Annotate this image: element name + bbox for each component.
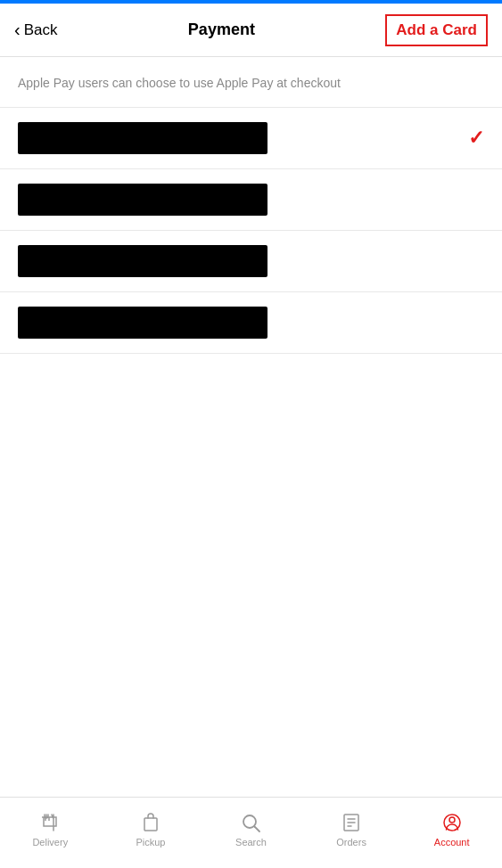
card-list: ✓: [0, 107, 502, 354]
card-row[interactable]: ✓: [0, 108, 502, 169]
nav-item-pickup[interactable]: Pickup: [101, 812, 202, 848]
check-icon: ✓: [468, 127, 484, 150]
delivery-icon: [39, 812, 61, 833]
card-row[interactable]: [0, 231, 502, 292]
search-icon: [240, 812, 261, 833]
add-card-button[interactable]: Add a Card: [385, 14, 488, 46]
card-black-bar: [18, 122, 267, 154]
apple-pay-subtitle: Apple Pay users can choose to use Apple …: [0, 57, 502, 107]
nav-item-account[interactable]: Account: [401, 812, 502, 848]
page-title: Payment: [188, 20, 255, 39]
svg-point-10: [449, 817, 455, 823]
card-black-bar: [18, 184, 267, 216]
nav-item-orders[interactable]: Orders: [301, 812, 402, 848]
back-label: Back: [24, 21, 58, 39]
card-black-bar: [18, 245, 267, 277]
header: ‹ Back Payment Add a Card: [0, 4, 502, 57]
account-icon: [441, 812, 463, 833]
chevron-left-icon: ‹: [14, 20, 21, 40]
back-button[interactable]: ‹ Back: [14, 20, 57, 40]
pickup-icon: [140, 812, 161, 833]
pickup-label: Pickup: [136, 837, 165, 848]
orders-label: Orders: [336, 837, 366, 848]
bottom-nav: Delivery Pickup Search Orders: [0, 797, 502, 868]
account-label: Account: [434, 837, 470, 848]
nav-item-search[interactable]: Search: [201, 812, 301, 848]
search-label: Search: [235, 837, 267, 848]
nav-item-delivery[interactable]: Delivery: [0, 812, 101, 848]
card-row[interactable]: [0, 169, 502, 231]
card-black-bar: [18, 307, 267, 339]
orders-icon: [341, 812, 362, 833]
delivery-label: Delivery: [32, 837, 68, 848]
card-row[interactable]: [0, 292, 502, 354]
svg-line-4: [255, 826, 260, 831]
svg-rect-2: [144, 818, 157, 831]
